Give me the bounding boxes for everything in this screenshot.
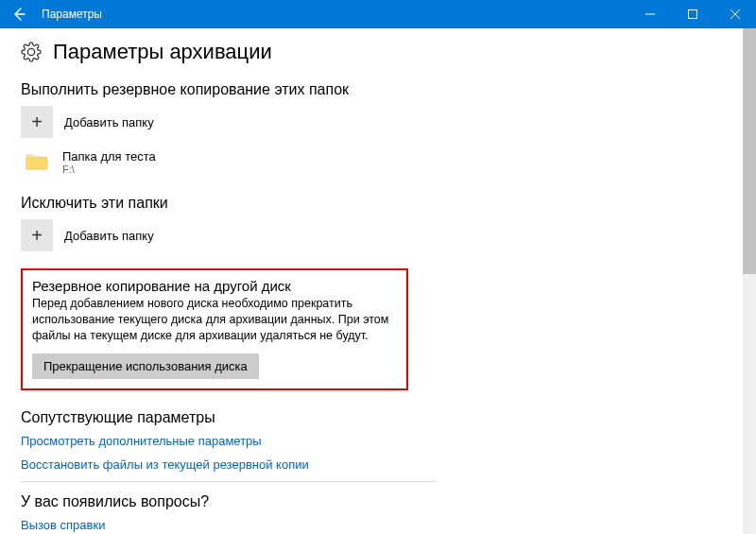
maximize-button[interactable] bbox=[671, 0, 713, 28]
other-drive-section: Резервное копирование на другой диск Пер… bbox=[21, 268, 408, 390]
plus-icon: + bbox=[21, 219, 53, 251]
add-backup-folder-label: Добавить папку bbox=[64, 115, 154, 129]
divider bbox=[21, 481, 437, 482]
scrollbar-track[interactable] bbox=[743, 28, 756, 534]
window-title: Параметры bbox=[42, 8, 102, 21]
folder-path: F:\ bbox=[62, 164, 156, 175]
minimize-icon bbox=[645, 9, 655, 19]
related-heading: Сопутствующие параметры bbox=[21, 409, 722, 426]
folder-name: Папка для теста bbox=[62, 149, 156, 164]
help-heading: У вас появились вопросы? bbox=[21, 493, 722, 510]
content-area: Параметры архивации Выполнить резервное … bbox=[0, 28, 743, 534]
backup-folder-item[interactable]: Папка для теста F:\ bbox=[23, 147, 722, 176]
link-more-options[interactable]: Просмотреть дополнительные параметры bbox=[21, 434, 722, 448]
stop-using-drive-button[interactable]: Прекращение использования диска bbox=[32, 353, 259, 379]
add-backup-folder-button[interactable]: + Добавить папку bbox=[21, 106, 722, 138]
back-button[interactable] bbox=[0, 0, 38, 28]
minimize-button[interactable] bbox=[628, 0, 671, 28]
scrollbar-thumb[interactable] bbox=[743, 28, 756, 274]
gear-icon bbox=[21, 42, 42, 62]
backup-folders-heading: Выполнить резервное копирование этих пап… bbox=[21, 81, 722, 98]
page-title: Параметры архивации bbox=[53, 40, 272, 64]
add-exclude-folder-label: Добавить папку bbox=[64, 229, 154, 243]
folder-icon bbox=[23, 147, 51, 176]
link-restore-files[interactable]: Восстановить файлы из текущей резервной … bbox=[21, 457, 722, 472]
close-button[interactable] bbox=[713, 0, 756, 28]
exclude-folders-heading: Исключить эти папки bbox=[21, 195, 722, 212]
arrow-left-icon bbox=[11, 7, 26, 22]
close-icon bbox=[730, 9, 740, 19]
other-drive-heading: Резервное копирование на другой диск bbox=[32, 278, 397, 294]
window-controls bbox=[628, 0, 756, 28]
add-exclude-folder-button[interactable]: + Добавить папку bbox=[21, 219, 722, 251]
other-drive-description: Перед добавлением нового диска необходим… bbox=[32, 296, 397, 344]
svg-rect-1 bbox=[688, 10, 696, 19]
plus-icon: + bbox=[21, 106, 53, 138]
maximize-icon bbox=[688, 9, 697, 19]
link-help[interactable]: Вызов справки bbox=[21, 518, 722, 532]
titlebar: Параметры bbox=[0, 0, 756, 28]
